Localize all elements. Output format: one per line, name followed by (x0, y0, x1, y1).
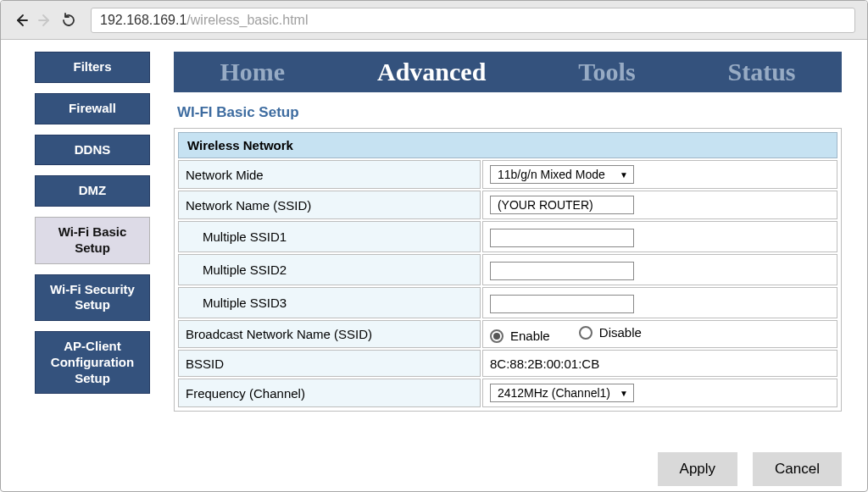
url-host: 192.168.169.1 (100, 13, 186, 28)
select-value: 2412MHz (Channel1) (498, 386, 610, 400)
url-bar[interactable]: 192.168.169.1/wireless_basic.html (91, 8, 855, 33)
sidebar-item-ddns[interactable]: DDNS (35, 135, 150, 166)
sidebar-item-label: DMZ (79, 183, 107, 199)
ssid-input[interactable]: (YOUR ROUTER) (490, 196, 634, 214)
broadcast-enable-radio[interactable]: Enable (490, 329, 550, 343)
frequency-label: Frequency (Channel) (178, 379, 481, 407)
button-label: Cancel (775, 461, 820, 477)
topnav-tools[interactable]: Tools (578, 58, 635, 86)
sidebar-item-label: AP-Client Configuration Setup (39, 339, 146, 386)
mssid3-label: Multiple SSID3 (178, 287, 481, 318)
bssid-label: BSSID (178, 350, 481, 377)
mssid3-input[interactable] (490, 295, 634, 313)
sidebar-item-wifi-basic-setup[interactable]: Wi-Fi Basic Setup (35, 217, 150, 264)
topnav-advanced[interactable]: Advanced (377, 58, 486, 86)
bssid-value: 8C:88:2B:00:01:CB (482, 350, 837, 377)
broadcast-label: Broadcast Network Name (SSID) (178, 320, 481, 348)
sidebar-item-firewall[interactable]: Firewall (35, 93, 150, 124)
radio-icon (490, 329, 504, 343)
select-value: 11b/g/n Mixed Mode (498, 168, 605, 181)
topnav-status[interactable]: Status (727, 58, 795, 86)
mssid2-label: Multiple SSID2 (178, 254, 481, 285)
url-path: /wireless_basic.html (186, 13, 308, 28)
back-button[interactable] (13, 12, 30, 29)
arrow-right-icon (38, 14, 52, 27)
radio-label: Enable (510, 329, 550, 343)
sidebar-item-label: Filters (73, 59, 111, 75)
mssid1-label: Multiple SSID1 (178, 221, 481, 252)
chevron-down-icon: ▼ (620, 389, 628, 398)
frequency-select[interactable]: 2412MHz (Channel1) ▼ (490, 384, 634, 402)
sidebar-item-ap-client-config-setup[interactable]: AP-Client Configuration Setup (35, 331, 150, 394)
cancel-button[interactable]: Cancel (753, 452, 842, 486)
topnav-item-label: Home (220, 58, 285, 86)
reload-icon (61, 13, 76, 28)
input-value: (YOUR ROUTER) (498, 198, 593, 212)
forward-button[interactable] (36, 12, 53, 29)
sidebar-item-label: Wi-Fi Security Setup (39, 282, 146, 314)
topnav-item-label: Tools (578, 58, 635, 86)
sidebar: Filters Firewall DDNS DMZ Wi-Fi Basic Se… (35, 52, 150, 492)
section-title: WI-FI Basic Setup (177, 104, 842, 121)
chevron-down-icon: ▼ (620, 170, 628, 180)
sidebar-item-label: Wi-Fi Basic Setup (39, 224, 146, 257)
mssid1-input[interactable] (490, 229, 634, 247)
wireless-network-table: Wireless Network Network Mide 11b/g/n Mi… (176, 130, 839, 409)
button-label: Apply (680, 461, 716, 477)
topnav-home[interactable]: Home (220, 58, 285, 86)
topnav-item-label: Advanced (377, 58, 486, 86)
sidebar-item-label: Firewall (69, 101, 116, 117)
sidebar-item-dmz[interactable]: DMZ (35, 175, 150, 207)
wireless-network-panel: Wireless Network Network Mide 11b/g/n Mi… (174, 128, 842, 412)
radio-icon (579, 326, 593, 340)
reload-button[interactable] (60, 12, 77, 29)
apply-button[interactable]: Apply (658, 452, 738, 486)
sidebar-item-wifi-security-setup[interactable]: Wi-Fi Security Setup (35, 274, 150, 322)
table-header: Wireless Network (178, 132, 837, 158)
browser-toolbar: 192.168.169.1/wireless_basic.html (1, 1, 867, 40)
radio-label: Disable (599, 325, 642, 340)
mssid2-input[interactable] (490, 262, 634, 280)
ssid-label: Network Name (SSID) (178, 191, 481, 219)
network-mode-select[interactable]: 11b/g/n Mixed Mode ▼ (490, 165, 634, 184)
broadcast-disable-radio[interactable]: Disable (579, 325, 642, 340)
sidebar-item-label: DDNS (75, 142, 111, 158)
main-content: Home Advanced Tools Status WI-FI Basic S… (174, 52, 842, 492)
topnav: Home Advanced Tools Status (174, 52, 842, 92)
sidebar-item-filters[interactable]: Filters (35, 52, 150, 83)
network-mode-label: Network Mide (178, 160, 481, 189)
action-buttons: Apply Cancel (174, 452, 842, 486)
topnav-item-label: Status (727, 58, 795, 86)
arrow-left-icon (14, 14, 28, 27)
